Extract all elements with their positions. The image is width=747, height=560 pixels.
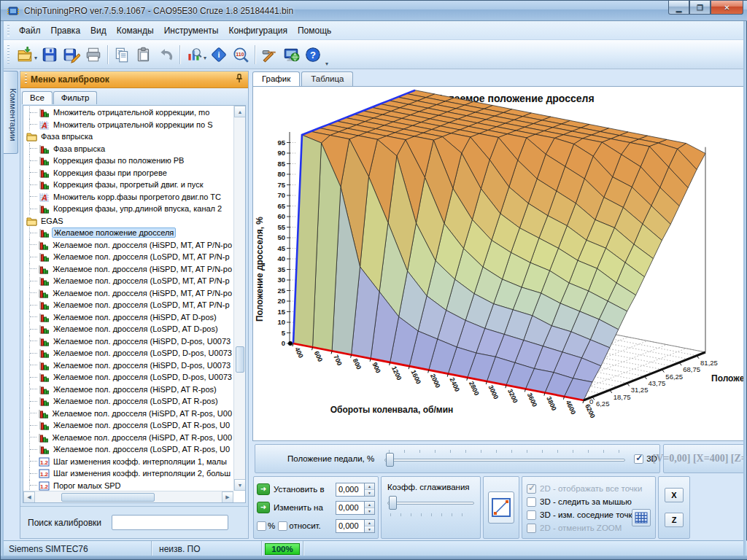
- minimize-button[interactable]: ▁: [668, 1, 689, 15]
- tree-hscroll-thumb[interactable]: [61, 493, 155, 502]
- menu-tools[interactable]: Инструменты: [159, 23, 224, 38]
- tree-item[interactable]: Желаемое пол. дросселя (LoSPD, MT, AT P/…: [23, 275, 233, 287]
- tree-item[interactable]: Желаемое пол. дросселя (HiSPD, AT R-pos): [23, 384, 233, 396]
- tree-item[interactable]: Множитель отрицательной коррекции, mo: [23, 106, 233, 119]
- tree-item[interactable]: Желаемое положение дросселя: [23, 227, 233, 239]
- tree-item[interactable]: Желаемое пол. дросселя (LoSPD, AT R-pos): [23, 395, 233, 408]
- surface-chart-panel[interactable]: Желаемое положение дросселя0510152025303…: [252, 86, 746, 441]
- scroll-down-icon[interactable]: ▼: [234, 479, 246, 491]
- set-to-value[interactable]: 0,000: [336, 483, 365, 497]
- view-option-checkbox[interactable]: [527, 510, 536, 520]
- online-button[interactable]: [280, 44, 302, 66]
- view-option-checkbox[interactable]: [527, 497, 536, 507]
- surface-3d-chart[interactable]: Желаемое положение дросселя0510152025303…: [253, 87, 746, 441]
- tree-item[interactable]: Желаемое пол. дросселя (LoSPD, AT R-pos,…: [23, 443, 233, 456]
- tree-item[interactable]: 1.2Шаг изменения коэфф. интерполяции 1, …: [23, 456, 233, 468]
- tree-item[interactable]: Желаемое пол. дросселя (HiSPD, AT R-pos,…: [23, 408, 233, 420]
- tree-item[interactable]: Желаемое пол. дросселя (HiSPD, MT, AT P/…: [23, 239, 233, 252]
- set-to-spinner[interactable]: 0,000 ▲▼: [336, 483, 375, 497]
- smoothing-slider-track[interactable]: [387, 502, 474, 505]
- copy-button[interactable]: [111, 44, 133, 66]
- tree-item[interactable]: Желаемое пол. дросселя (LoSPD, AT D-pos): [23, 323, 233, 335]
- apply-change-button[interactable]: ➜: [257, 502, 270, 513]
- tree-item[interactable]: Коррекция фазы, упр.длиной впуска, канал…: [23, 203, 233, 215]
- tools-button[interactable]: [258, 44, 280, 66]
- paste-button[interactable]: [133, 44, 155, 66]
- menu-commands[interactable]: Команды: [112, 23, 159, 38]
- pedal-position-slider[interactable]: [384, 449, 625, 468]
- tree-item[interactable]: Желаемое пол. дросселя (HiSPD, AT R-pos,…: [23, 432, 233, 444]
- spin-down-icon[interactable]: ▼: [365, 526, 374, 532]
- interpolation-line-button[interactable]: [488, 491, 514, 524]
- tree-item[interactable]: Желаемое пол. дросселя (HiSPD, MT, AT P/…: [23, 287, 233, 300]
- checkbox-3d[interactable]: [634, 454, 643, 464]
- tree-item[interactable]: Желаемое пол. дросселя (LoSPD, MT, AT P/…: [23, 299, 233, 311]
- tree-item[interactable]: Коррекция фазы, прогретый двиг. и пуск: [23, 179, 233, 191]
- spin-up-icon[interactable]: ▲: [365, 483, 374, 490]
- undo-button[interactable]: [155, 44, 177, 66]
- z-axis-button[interactable]: Z: [665, 513, 684, 527]
- pedal-slider-track[interactable]: [384, 459, 625, 462]
- tree-item[interactable]: 1.2Порог малых SPD: [23, 480, 233, 491]
- scroll-left-icon[interactable]: ◀: [23, 491, 35, 503]
- toolbar-overflow-icon[interactable]: ▾: [325, 61, 328, 69]
- info-button[interactable]: i: [208, 44, 230, 66]
- menu-help[interactable]: Помощь: [293, 23, 336, 38]
- zoom-value-button[interactable]: 110: [230, 44, 252, 66]
- tree-vertical-scrollbar[interactable]: ▲ ▼: [233, 106, 245, 491]
- apply-set-button[interactable]: ➜: [257, 483, 270, 495]
- scroll-up-icon[interactable]: ▲: [234, 106, 246, 117]
- spin-down-icon[interactable]: ▼: [365, 508, 374, 514]
- menu-config[interactable]: Конфигурация: [223, 23, 293, 38]
- maximize-button[interactable]: ❐: [689, 1, 711, 15]
- relative-checkbox[interactable]: [278, 521, 287, 531]
- scroll-right-icon[interactable]: ▶: [222, 491, 233, 503]
- tree-item[interactable]: Желаемое пол. дросселя (HiSPD, D-pos, U0…: [23, 359, 233, 372]
- percent-checkbox[interactable]: [257, 521, 266, 531]
- tab-all[interactable]: Все: [22, 91, 53, 104]
- tree-item[interactable]: Желаемое пол. дросселя (LoSPD, MT, AT P/…: [23, 251, 233, 263]
- tree-item[interactable]: Желаемое пол. дросселя (LoSPD, D-pos, U0…: [23, 371, 233, 384]
- tree-folder[interactable]: Фаза впрыска: [23, 131, 233, 143]
- tree-item[interactable]: Желаемое пол. дросселя (HiSPD, D-pos, U0…: [23, 335, 233, 348]
- relative-spinner[interactable]: 0,000 ▲▼: [336, 519, 375, 533]
- tree-item[interactable]: Желаемое пол. дросселя (LoSPD, D-pos, U0…: [23, 347, 233, 359]
- tree-item[interactable]: Коррекция фазы при прогреве: [23, 167, 233, 179]
- spin-down-icon[interactable]: ▼: [365, 490, 374, 496]
- tree-item[interactable]: Коррекция фазы по положению РВ: [23, 155, 233, 167]
- change-by-spinner[interactable]: 0,000 ▲▼: [336, 501, 375, 515]
- relative-value[interactable]: 0,000: [336, 519, 365, 533]
- dropdown-arrow-icon[interactable]: ▾: [204, 55, 206, 61]
- smoothing-slider[interactable]: [387, 497, 474, 516]
- pedal-slider-thumb[interactable]: [386, 453, 394, 467]
- tree-item[interactable]: Желаемое пол. дросселя (HiSPD, AT D-pos): [23, 311, 233, 324]
- save-button[interactable]: [39, 44, 61, 66]
- calibration-search-input[interactable]: [112, 515, 228, 530]
- grid-points-button[interactable]: [632, 509, 651, 526]
- tree-item[interactable]: Фаза впрыска: [23, 143, 233, 155]
- tree-item[interactable]: 1.2Шаг изменения коэфф. интерполяции 2, …: [23, 467, 233, 480]
- menu-view[interactable]: Вид: [85, 23, 112, 38]
- smoothing-slider-thumb[interactable]: [389, 496, 397, 510]
- tree-item[interactable]: Желаемое пол. дросселя (HiSPD, MT, AT P/…: [23, 263, 233, 276]
- change-by-value[interactable]: 0,000: [336, 501, 365, 515]
- pin-icon[interactable]: [234, 73, 244, 86]
- tree-vscroll-thumb[interactable]: [236, 346, 244, 373]
- comments-side-tab[interactable]: Комментарии: [4, 71, 18, 154]
- spin-up-icon[interactable]: ▲: [365, 502, 374, 508]
- tab-table[interactable]: Таблица: [301, 71, 353, 86]
- save-as-button[interactable]: [61, 44, 82, 66]
- chart-view-button[interactable]: [183, 44, 205, 66]
- menu-edit[interactable]: Правка: [46, 23, 86, 38]
- menu-file[interactable]: Файл: [14, 23, 46, 38]
- tab-graph[interactable]: График: [252, 71, 300, 86]
- tree-horizontal-scrollbar[interactable]: ◀ ▶: [23, 491, 233, 502]
- open-file-button[interactable]: [14, 44, 36, 66]
- tab-filter[interactable]: Фильтр: [53, 91, 98, 104]
- close-button[interactable]: ✕: [711, 1, 743, 15]
- tree-folder[interactable]: EGAS: [23, 215, 233, 228]
- tree-item[interactable]: Желаемое пол. дросселя (LoSPD, AT R-pos,…: [23, 419, 233, 432]
- print-button[interactable]: [82, 44, 104, 66]
- x-axis-button[interactable]: X: [665, 488, 684, 502]
- spin-up-icon[interactable]: ▲: [365, 520, 374, 526]
